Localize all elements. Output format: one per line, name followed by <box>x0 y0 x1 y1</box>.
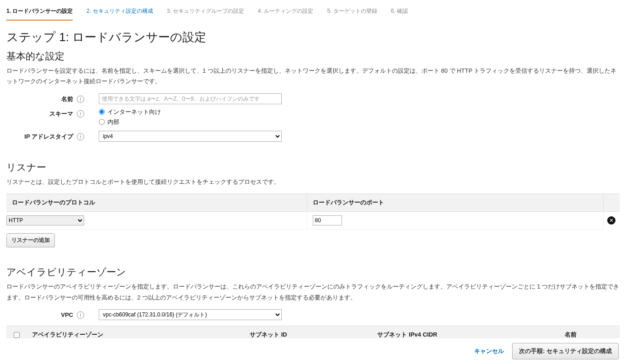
col-actions <box>603 194 620 212</box>
wizard-step-5[interactable]: 5. ターゲットの登録 <box>327 5 377 21</box>
scheme-internet-label: インターネット向け <box>107 108 161 116</box>
wizard-step-2[interactable]: 2. セキュリティ設定の構成 <box>86 5 153 21</box>
info-icon[interactable]: i <box>77 133 84 140</box>
name-input[interactable] <box>99 93 282 104</box>
vpc-select[interactable]: vpc-cb609caf (172.31.0.0/16) (デフォルト) <box>99 309 282 320</box>
col-port: ロードバランサーのポート <box>307 194 603 212</box>
label-vpc: VPC <box>61 311 73 318</box>
footer: キャンセル 次の手順: セキュリティ設定の構成 <box>0 338 626 364</box>
remove-listener-icon[interactable]: ✕ <box>607 216 615 225</box>
cancel-link[interactable]: キャンセル <box>474 347 504 355</box>
label-name: 名前 <box>61 95 73 103</box>
section-basic-title: 基本的な設定 <box>6 50 620 63</box>
page-title: ステップ 1: ロードバランサーの設定 <box>6 29 620 45</box>
section-az-title: アベイラビリティーゾーン <box>6 266 620 278</box>
ip-type-select[interactable]: ipv4 <box>99 131 282 142</box>
listener-table: ロードバランサーのプロトコル ロードバランサーのポート HTTP ✕ <box>6 193 620 230</box>
scheme-internal-label: 内部 <box>107 118 119 126</box>
label-ip-type: IP アドレスタイプ <box>24 133 73 141</box>
info-icon[interactable]: i <box>77 311 84 319</box>
info-icon[interactable]: i <box>77 110 84 118</box>
section-listener-desc: リスナーとは、設定したプロトコルとポートを使用して接続リクエストをチェックするプ… <box>6 177 620 187</box>
listener-port-input[interactable] <box>313 215 342 225</box>
scheme-internet-radio[interactable] <box>99 109 105 115</box>
section-az-desc: ロードバランサーのアベイラビリティーゾーンを指定します。ロードバランサーは、これ… <box>6 281 620 303</box>
section-basic-desc: ロードバランサーを設定するには、名前を指定し、スキームを選択して、1 つ以上のリ… <box>6 65 620 87</box>
label-scheme: スキーマ <box>49 110 73 118</box>
next-step-button[interactable]: 次の手順: セキュリティ設定の構成 <box>512 343 619 359</box>
wizard-steps: 1. ロードバランサーの設定 2. セキュリティ設定の構成 3. セキュリティグ… <box>6 5 620 21</box>
az-select-all-checkbox[interactable] <box>14 332 20 338</box>
listener-protocol-select[interactable]: HTTP <box>6 215 84 225</box>
wizard-step-4[interactable]: 4. ルーティングの設定 <box>258 5 313 21</box>
section-listener-title: リスナー <box>6 161 620 174</box>
scheme-internal-radio[interactable] <box>99 119 105 125</box>
wizard-step-6[interactable]: 6. 確認 <box>391 5 408 21</box>
listener-row: HTTP ✕ <box>6 212 620 230</box>
wizard-step-1[interactable]: 1. ロードバランサーの設定 <box>6 5 73 21</box>
add-listener-button[interactable]: リスナーの追加 <box>6 233 55 247</box>
wizard-step-3[interactable]: 3. セキュリティグループの設定 <box>167 5 244 21</box>
col-protocol: ロードバランサーのプロトコル <box>6 194 307 212</box>
info-icon[interactable]: i <box>77 96 84 103</box>
